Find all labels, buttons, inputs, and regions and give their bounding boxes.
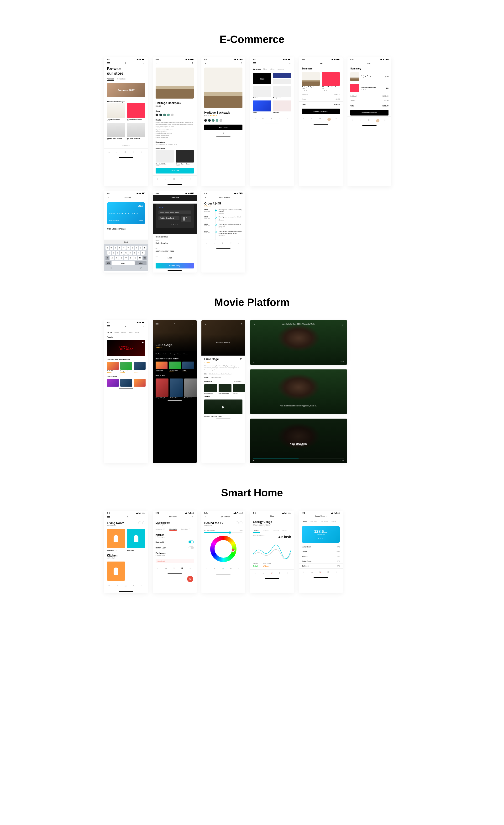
back-icon[interactable]: ‹ [204, 62, 207, 65]
trailer-thumb[interactable] [204, 399, 242, 414]
menu-icon[interactable] [107, 62, 110, 65]
screen-player[interactable]: ‹Marvel's Luke Cage S1:E1 "Moment of Tru… [250, 320, 347, 365]
movie-poster[interactable]: Black Panther [184, 378, 197, 398]
product-image[interactable] [156, 68, 194, 98]
category-item[interactable]: Wallets [253, 86, 271, 98]
movie-thumb[interactable] [107, 379, 119, 387]
heart-icon[interactable]: ♡ [341, 323, 344, 326]
hero-banner[interactable]: Summer 2017 [107, 83, 145, 97]
fab-button[interactable]: ◎ [187, 576, 193, 582]
credit-card-form: VISA •••• •••• •••• •••• Keith Crawford … [156, 204, 194, 228]
product-card[interactable]: Heritage Backpack$150 [107, 103, 125, 121]
swatch[interactable] [159, 114, 162, 116]
category-tabs: Women Men Kids Unisex [250, 67, 294, 72]
light-toggle[interactable] [189, 540, 194, 543]
cart-item[interactable]: Offwood Giant Hoodie−1+$90 [348, 82, 391, 94]
brightness-slider[interactable] [204, 532, 242, 533]
add-to-cart-button[interactable]: Add to Cart [204, 125, 242, 130]
cart-item[interactable]: Offwood Giant Hoodie$90−1+ [322, 72, 340, 91]
movie-hero[interactable]: h.⌕ Luke Cage ★★★★★ [153, 320, 197, 351]
tab-featured[interactable]: Featured [107, 78, 114, 81]
card-exp-field[interactable]: 00 / 00 [182, 216, 191, 222]
product-card[interactable]: J.M Snap Back Hat$35 [127, 123, 145, 141]
movie-poster[interactable]: The Incredibles [170, 378, 183, 398]
product-image[interactable] [204, 68, 242, 108]
movie-thumb[interactable]: The Six Billion★★★★☆ [107, 362, 119, 373]
header-dropdown[interactable]: Energy Usage ▾ [315, 515, 327, 517]
device-card[interactable] [127, 529, 145, 548]
popular-poster[interactable]: MARVELLUKE CAGE [107, 340, 145, 356]
swatch[interactable] [156, 114, 158, 116]
statusbar: 9:41 [104, 57, 148, 61]
category-item[interactable]: Sunglasses [273, 86, 291, 98]
proceed-checkout-button[interactable]: Proceed to Checkout [302, 108, 340, 114]
scrub-bar[interactable] [253, 360, 344, 360]
movie-hero[interactable]: ‹⤴ Continue Watching [201, 320, 245, 356]
back-icon[interactable]: ‹ [253, 323, 256, 326]
load-more-button[interactable]: Load More [104, 142, 148, 148]
screen-my-rooms: 9:41 My Rooms+ Living Room3 Active Light… [153, 511, 197, 593]
device-card[interactable] [107, 529, 125, 548]
tab-women[interactable]: Women [253, 68, 261, 70]
bookmark-icon[interactable]: ☐ [239, 358, 242, 361]
color-wheel[interactable] [210, 536, 236, 562]
card-number-field[interactable]: •••• •••• •••• •••• [158, 211, 191, 214]
card-name-field[interactable]: Keith Crawford [158, 216, 179, 220]
proceed-checkout-button[interactable]: Proceed to Checkout [350, 110, 388, 116]
light-toggle[interactable] [189, 546, 194, 549]
screen-player-subtitle[interactable]: You should be out there helping people, … [250, 369, 347, 414]
category-item[interactable]: Sneakers [273, 100, 291, 114]
cart-item[interactable]: Heritage Backpack$150−1+ [302, 72, 320, 91]
tab-kids[interactable]: Kids [270, 68, 274, 70]
movie-poster[interactable]: Stranger Things 2 [156, 378, 168, 398]
season-selector[interactable]: Season 1 ▾ [234, 380, 242, 382]
tab-grid-icon[interactable]: ▦ [125, 151, 128, 154]
expand-plus[interactable]: + [201, 131, 245, 136]
next-button[interactable]: Next [104, 240, 148, 244]
related-item[interactable]: Whaler Cap — Black$32.00 [175, 150, 194, 166]
related-item[interactable]: Classical Wallet$76.00 [156, 150, 174, 166]
product-card[interactable]: Radiant Track Pullover$70 [107, 123, 125, 141]
category-bags[interactable]: Bags [253, 73, 271, 84]
share-icon[interactable]: ⤴ [191, 62, 194, 65]
screen-energy-usage: 9:41 Energy Usage ▾ TodayLast WeekLast M… [299, 511, 343, 593]
mic-icon[interactable]: 🎤 [140, 267, 142, 269]
menu-icon[interactable] [253, 62, 256, 65]
tab-unisex[interactable]: Unisex [277, 68, 284, 70]
episode-thumb[interactable]: Code of the streets [219, 384, 231, 394]
tab-home-icon[interactable]: ⌂ [109, 151, 112, 154]
dimensions-text: 18 (H) x 12.25 (W) x 5.5 (D), 21.5L [153, 144, 197, 146]
episode-thumb[interactable]: Moment of Truth [204, 384, 217, 394]
category-item[interactable]: Socks [253, 100, 271, 114]
add-to-cart-button[interactable]: Add to Cart [156, 168, 194, 173]
scrub-bar[interactable] [253, 458, 344, 458]
screen-player-streaming[interactable]: ‹Marvel's Luke Cage S1:E1 "Moment of Tru… [250, 419, 347, 463]
card-number-input[interactable]: 4457 1256 8527 8122 [107, 227, 145, 231]
play-icon[interactable]: ▶ [253, 361, 254, 363]
movie-thumb[interactable] [134, 379, 146, 387]
swatch[interactable] [163, 114, 166, 116]
search-icon[interactable]: ⌕ [142, 62, 145, 65]
play-icon[interactable]: ▶ [253, 459, 254, 461]
movie-thumb[interactable]: Smash★★★★☆ [134, 362, 146, 373]
add-icon[interactable]: + [191, 515, 194, 518]
emoji-icon[interactable]: ☺ [110, 267, 112, 269]
swatch[interactable] [167, 114, 170, 116]
swatch[interactable] [171, 114, 173, 116]
movie-thumb[interactable] [120, 379, 132, 387]
movie-thumb[interactable]: Let's go to prison★★★★★ [120, 362, 132, 373]
tab-collections[interactable]: Collections [118, 78, 126, 81]
product-title: Heritage Backpack [153, 99, 197, 105]
back-icon[interactable]: ‹ [156, 62, 158, 65]
tab-heart-icon[interactable]: ♡ [133, 151, 136, 154]
device-card[interactable] [107, 561, 125, 581]
tab-user-icon[interactable]: ☺ [141, 151, 143, 154]
share-icon[interactable]: ⤴ [239, 62, 242, 65]
episode-thumb[interactable]: Who's G [233, 384, 245, 394]
product-card[interactable]: Offwood Giant Hoodie$90 [127, 103, 145, 121]
tab-search-icon[interactable]: ⌕ [117, 151, 119, 154]
search-icon[interactable]: ⌕ [288, 62, 291, 65]
tab-men[interactable]: Men [263, 68, 267, 70]
confirm-pay-button[interactable]: Confirm & Pay [156, 263, 194, 269]
cart-item[interactable]: Heritage Backpack−1+$150 [348, 71, 391, 82]
